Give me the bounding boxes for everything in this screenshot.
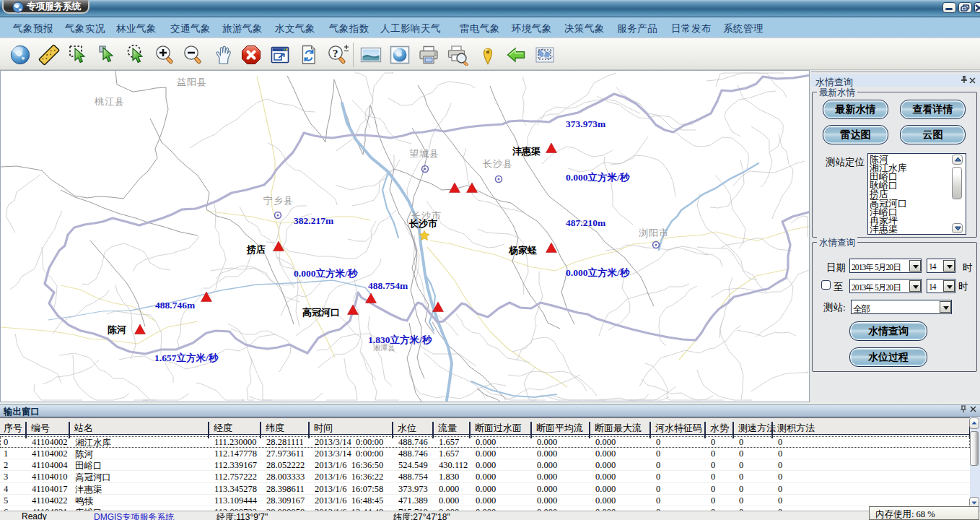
svg-text:382.217m: 382.217m [294,215,334,226]
svg-text:1.657立方米/秒: 1.657立方米/秒 [154,352,219,363]
svg-text:捞店: 捞店 [246,244,266,255]
svg-text:沣惠渠: 沣惠渠 [512,146,541,157]
svg-text:高冠河口: 高冠河口 [302,307,340,318]
svg-text:373.973m: 373.973m [566,118,606,129]
svg-text:陈河: 陈河 [108,324,126,335]
svg-text:487.210m: 487.210m [566,217,606,228]
svg-text:宁乡县: 宁乡县 [263,195,294,206]
svg-text:0.000立方米/秒: 0.000立方米/秒 [294,267,359,279]
svg-text:0.000立方米/秒: 0.000立方米/秒 [566,171,631,183]
svg-text:益阳县: 益阳县 [177,77,207,87]
svg-text:1.830立方米/秒: 1.830立方米/秒 [368,334,433,345]
svg-text:?: ? [333,48,338,59]
svg-text:杨家蛏: 杨家蛏 [508,245,537,256]
svg-text:长沙市: 长沙市 [408,218,437,229]
svg-text:桃江县: 桃江县 [94,96,125,107]
svg-text:488.746m: 488.746m [155,300,196,311]
svg-text:长沙县: 长沙县 [483,158,513,169]
svg-text:望城县: 望城县 [409,148,439,159]
svg-text:488.754m: 488.754m [368,280,408,291]
svg-text:0.000立方米/秒: 0.000立方米/秒 [566,266,631,278]
svg-text:浏阳市: 浏阳市 [639,228,669,238]
